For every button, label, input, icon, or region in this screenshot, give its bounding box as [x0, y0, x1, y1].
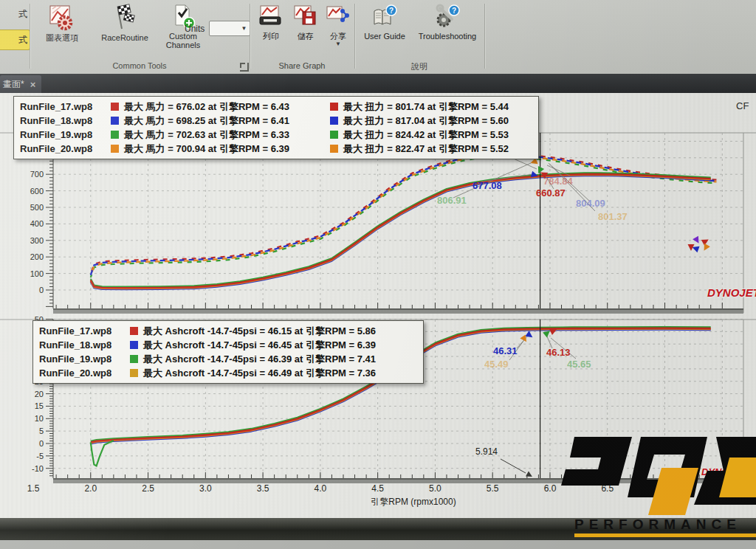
group-label-common-tools: Common Tools [30, 61, 250, 70]
race-routine-button[interactable]: RaceRoutine [93, 4, 157, 42]
svg-text:0: 0 [39, 286, 44, 294]
chart-options-button[interactable]: 圖表選項 [34, 4, 90, 42]
svg-text:5.5: 5.5 [487, 483, 499, 494]
legend-max-power: 最大 馬力 = 698.25 at 引擎RPM = 6.41 [124, 114, 325, 128]
user-guide-button[interactable]: ? User Guide [360, 4, 409, 41]
toolbar-separator [250, 4, 250, 69]
cursor-value-annotation: 45.49 [484, 359, 509, 370]
legend-max-power: 最大 馬力 = 700.94 at 引擎RPM = 6.39 [124, 142, 325, 156]
group-label-help: 說明 [354, 61, 484, 72]
legend-power-torque: RunFile_17.wp8最大 馬力 = 676.02 at 引擎RPM = … [13, 96, 539, 159]
legend-color-swatch [330, 131, 338, 139]
share-button[interactable]: 分享 ▼ [323, 4, 353, 46]
legend-color-swatch [111, 145, 119, 153]
svg-text:7.0: 7.0 [659, 483, 671, 494]
svg-text:5: 5 [39, 427, 44, 435]
screen-bezel [0, 518, 756, 540]
svg-text:200: 200 [30, 252, 44, 261]
svg-text:600: 600 [30, 187, 44, 196]
cursor-value-annotation: 804.09 [576, 198, 605, 209]
chart-options-label: 圖表選項 [46, 33, 78, 42]
chart-options-icon [49, 4, 75, 32]
x-axis-title: 引擎RPM (rpmx1000) [281, 496, 546, 508]
legend-color-swatch [130, 327, 138, 335]
cursor-value-annotation: 660.87 [536, 187, 566, 198]
print-button[interactable]: 列印 [254, 4, 288, 41]
save-label: 儲存 [298, 32, 314, 41]
legend-run-file: RunFile_20.wp8 [20, 143, 106, 154]
svg-text:3.0: 3.0 [199, 483, 212, 494]
legend-run-file: RunFile_20.wp8 [39, 367, 125, 379]
cursor-value-annotation: 677.08 [472, 180, 502, 191]
legend-run-file: RunFile_19.wp8 [20, 129, 106, 140]
legend-run-file: RunFile_18.wp8 [39, 339, 125, 351]
svg-text:300: 300 [30, 236, 44, 245]
legend-row: RunFile_17.wp8最大 Ashcroft -14.7-45psi = … [39, 324, 417, 338]
user-guide-label: User Guide [364, 32, 405, 41]
cursor-value-annotation: 45.65 [567, 359, 591, 370]
svg-text:?: ? [389, 7, 394, 15]
legend-color-swatch [330, 117, 338, 125]
units-select[interactable]: ▼ [209, 21, 250, 36]
legend-color-swatch [330, 145, 338, 153]
legend-max-power: 最大 馬力 = 702.63 at 引擎RPM = 6.33 [124, 128, 325, 142]
svg-text:10: 10 [35, 414, 44, 423]
legend-row: RunFile_18.wp8最大 馬力 = 698.25 at 引擎RPM = … [20, 114, 532, 128]
dialog-launcher-icon[interactable] [240, 63, 249, 72]
svg-text:400: 400 [30, 219, 44, 228]
troubleshooting-wrench-gear-icon: ? [434, 4, 461, 30]
svg-text:6.5: 6.5 [601, 483, 614, 494]
print-label: 列印 [263, 32, 279, 41]
correction-factor-label: CF [736, 100, 749, 111]
ribbon-toolbar: 式 式 圖表選項 [0, 0, 756, 75]
cursor-value-annotation: 784.84 [543, 176, 573, 187]
boost-chart-panel: 50454035302520151050-5-101.52.02.53.03.5… [0, 316, 756, 518]
dynojet-logo: DYNOJET [707, 286, 756, 299]
legend-row: RunFile_17.wp8最大 馬力 = 676.02 at 引擎RPM = … [20, 100, 532, 114]
legend-color-swatch [130, 341, 138, 349]
svg-text:5.0: 5.0 [429, 483, 441, 494]
mode-button-top-partial[interactable]: 式 [0, 4, 30, 25]
dynojet-logo: DYNOJET [701, 466, 746, 477]
user-guide-book-icon: ? [371, 4, 398, 30]
legend-max-torque: 最大 扭力 = 817.04 at 引擎RPM = 5.60 [343, 114, 509, 128]
svg-text:3.5: 3.5 [257, 483, 269, 494]
close-icon[interactable]: × [30, 79, 36, 90]
legend-row: RunFile_19.wp8最大 Ashcroft -14.7-45psi = … [39, 352, 417, 366]
legend-max-torque: 最大 扭力 = 801.74 at 引擎RPM = 5.44 [343, 100, 509, 114]
troubleshooting-label: Troubleshooting [419, 32, 476, 41]
svg-text:15: 15 [35, 401, 44, 410]
share-label: 分享 [330, 32, 346, 41]
chevron-down-icon: ▼ [335, 42, 341, 46]
legend-run-file: RunFile_17.wp8 [39, 325, 125, 336]
power-torque-chart-panel: 0100200300400500600700 RunFile_17.wp8最大 … [0, 93, 756, 317]
race-routine-label: RaceRoutine [101, 33, 148, 42]
svg-text:4.0: 4.0 [315, 483, 327, 494]
svg-text:100: 100 [30, 269, 44, 278]
print-graph-icon [258, 4, 284, 30]
save-button[interactable]: 儲存 [289, 4, 322, 41]
cursor-value-annotation: 806.91 [437, 195, 467, 206]
save-graph-icon [292, 4, 319, 30]
mode-button-active-partial[interactable]: 式 [0, 30, 30, 50]
legend-run-file: RunFile_17.wp8 [20, 101, 106, 112]
legend-max-torque: 最大 扭力 = 822.47 at 引擎RPM = 5.52 [343, 142, 509, 156]
svg-text:500: 500 [30, 203, 44, 212]
chevron-down-icon: ▼ [241, 27, 247, 31]
screen-bezel-floor [0, 540, 756, 549]
legend-max-torque: 最大 扭力 = 824.42 at 引擎RPM = 5.53 [343, 128, 509, 142]
toolbar-separator [354, 4, 355, 69]
tab-view[interactable]: 畫面* × [0, 75, 41, 93]
share-graph-icon [325, 4, 351, 30]
legend-max-boost: 最大 Ashcroft -14.7-45psi = 46.15 at 引擎RPM… [143, 325, 376, 338]
svg-text:?: ? [452, 7, 456, 15]
legend-row: RunFile_18.wp8最大 Ashcroft -14.7-45psi = … [39, 338, 417, 352]
svg-text:0: 0 [39, 439, 44, 448]
legend-boost: RunFile_17.wp8最大 Ashcroft -14.7-45psi = … [32, 320, 424, 384]
svg-text:700: 700 [30, 170, 44, 179]
troubleshooting-button[interactable]: ? Troubleshooting [410, 4, 484, 41]
svg-text:20: 20 [35, 390, 44, 398]
svg-text:5.914: 5.914 [475, 446, 498, 457]
legend-max-power: 最大 馬力 = 676.02 at 引擎RPM = 6.43 [124, 100, 325, 114]
tab-bar: 畫面* × [0, 74, 756, 93]
